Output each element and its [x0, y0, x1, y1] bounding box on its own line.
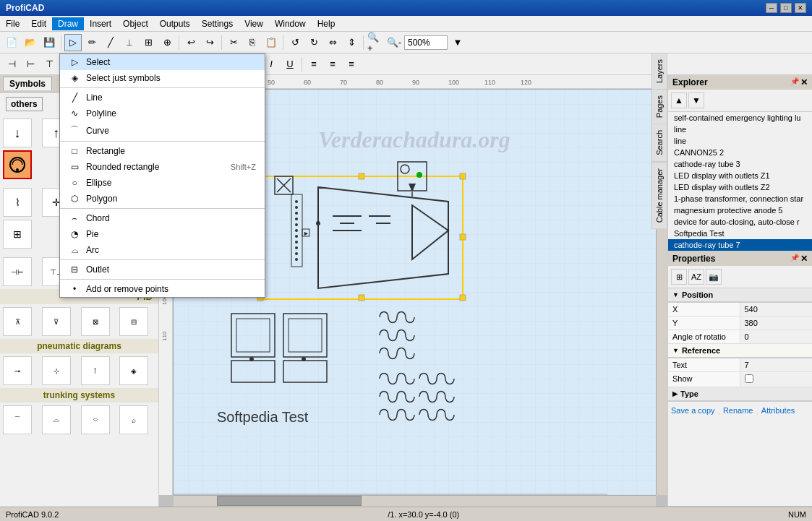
sym-bus1[interactable]: ⊣⊢: [3, 257, 32, 286]
new-button[interactable]: 📄: [3, 34, 20, 51]
layers-tab[interactable]: Layers: [651, 53, 667, 90]
type-toggle[interactable]: ▶ Type: [668, 387, 812, 401]
explorer-item-0[interactable]: self-contained emergency lighting lu: [668, 112, 812, 124]
pages-tab[interactable]: Pages: [651, 90, 667, 124]
select-tool[interactable]: ▷: [64, 34, 82, 51]
menu-view[interactable]: View: [239, 17, 269, 30]
prop-angle-value[interactable]: 0: [740, 330, 813, 344]
dd-pie[interactable]: ◔ Pie: [60, 226, 265, 242]
zoom-in[interactable]: 🔍+: [367, 34, 384, 51]
explorer-item-2[interactable]: line: [668, 135, 812, 147]
explorer-item-6[interactable]: LED display with outlets Z2: [668, 181, 812, 193]
explorer-item-7[interactable]: 1-phase transformer, connection star: [668, 193, 812, 204]
pin-icon[interactable]: 📌: [790, 77, 799, 87]
menu-insert[interactable]: Insert: [84, 17, 117, 30]
dd-curve[interactable]: ⌒ Curve: [60, 121, 265, 139]
sym-tr4[interactable]: ⌕: [119, 405, 148, 434]
rotate-left[interactable]: ↺: [286, 34, 304, 51]
explorer-item-3[interactable]: CANNON25 2: [668, 147, 812, 158]
explorer-item-10[interactable]: Softpedia Test: [668, 228, 812, 239]
line-tool[interactable]: ╱: [102, 34, 119, 51]
sym-circle[interactable]: [3, 150, 32, 179]
props-btn-2[interactable]: AZ: [688, 269, 704, 285]
sym-pn2[interactable]: ⊹: [42, 356, 71, 385]
rotate-right[interactable]: ↻: [305, 34, 322, 51]
dd-outlet[interactable]: ⊟ Outlet: [60, 262, 265, 277]
dd-select[interactable]: ▷ Select: [60, 54, 265, 70]
flip-v[interactable]: ⇕: [343, 34, 360, 51]
props-btn-1[interactable]: ⊞: [671, 269, 687, 285]
align-text-left[interactable]: ≡: [305, 56, 322, 73]
sym-pn1[interactable]: ⊸: [3, 356, 32, 385]
zoom-out[interactable]: 🔍-: [385, 34, 403, 51]
dd-select-symbols[interactable]: ◈ Select just symbols: [60, 70, 265, 86]
sym-arrow-down[interactable]: ↓: [3, 119, 32, 147]
cable-manager-tab[interactable]: Cable manager: [651, 162, 667, 229]
position-toggle[interactable]: ▼ Position: [668, 288, 812, 302]
sym-pn3[interactable]: ⊺: [81, 356, 110, 385]
dd-add-remove-points[interactable]: • Add or remove points: [60, 281, 265, 297]
prop-text-value[interactable]: 7: [740, 358, 813, 372]
close-props-icon[interactable]: ✕: [800, 254, 808, 264]
dd-chord[interactable]: ⌢ Chord: [60, 210, 265, 226]
dd-rounded-rect[interactable]: ▭ Rounded rectangle Shift+Z: [60, 159, 265, 175]
sym-pid2[interactable]: ⊽: [42, 307, 71, 336]
props-btn-3[interactable]: 📷: [706, 269, 722, 285]
close-button[interactable]: ✕: [795, 3, 806, 13]
dd-rectangle[interactable]: □ Rectangle: [60, 143, 265, 159]
menu-object[interactable]: Object: [117, 17, 154, 30]
rename-link[interactable]: Rename: [723, 406, 753, 416]
menu-window[interactable]: Window: [269, 17, 312, 30]
zoom-dropdown[interactable]: ▼: [449, 34, 466, 51]
menu-outputs[interactable]: Outputs: [154, 17, 196, 30]
dd-arc[interactable]: ⌓ Arc: [60, 242, 265, 258]
menu-draw[interactable]: Draw: [52, 17, 84, 30]
close-explorer-icon[interactable]: ✕: [800, 77, 808, 87]
align-center[interactable]: ⊢: [22, 56, 39, 73]
open-button[interactable]: 📂: [22, 34, 39, 51]
reference-toggle[interactable]: ▼ Reference: [668, 344, 812, 358]
explorer-item-1[interactable]: line: [668, 124, 812, 135]
sym-pn4[interactable]: ◈: [119, 356, 148, 385]
dd-ellipse[interactable]: ○ Ellipse: [60, 175, 265, 191]
attributes-link[interactable]: Attributes: [761, 406, 795, 416]
menu-edit[interactable]: Edit: [25, 17, 52, 30]
pencil-tool[interactable]: ✏: [83, 34, 101, 51]
sym-tr1[interactable]: ⌒: [3, 405, 32, 434]
explorer-item-5[interactable]: LED display with outlets Z1: [668, 170, 812, 181]
dd-line[interactable]: ╱ Line: [60, 90, 265, 106]
paste-button[interactable]: 📋: [262, 34, 280, 51]
menu-file[interactable]: File: [0, 17, 25, 30]
search-tab[interactable]: Search: [651, 124, 667, 162]
explorer-down-btn[interactable]: ▼: [688, 92, 704, 108]
save-copy-link[interactable]: Save a copy: [671, 406, 715, 416]
show-checkbox[interactable]: [745, 374, 753, 383]
junction-tool[interactable]: ⊕: [158, 34, 176, 51]
sym-pid4[interactable]: ⊟: [119, 307, 148, 336]
save-button[interactable]: 💾: [40, 34, 58, 51]
explorer-item-9[interactable]: device for auto-closing, auto-close r: [668, 216, 812, 228]
maximize-button[interactable]: □: [780, 3, 792, 13]
prop-y-value[interactable]: 380: [740, 317, 813, 330]
wire-tool[interactable]: ⟂: [121, 34, 138, 51]
sym-pid1[interactable]: ⊼: [3, 307, 32, 336]
underline-btn[interactable]: U: [281, 56, 299, 73]
undo-button[interactable]: ↩: [182, 34, 200, 51]
copy-button[interactable]: ⎘: [244, 34, 261, 51]
redo-button[interactable]: ↪: [201, 34, 218, 51]
bus-tool[interactable]: ⊞: [140, 34, 157, 51]
zoom-input[interactable]: 500%: [404, 35, 448, 50]
dd-polygon[interactable]: ⬡ Polygon: [60, 191, 265, 207]
explorer-item-8[interactable]: magnesium protective anode 5: [668, 204, 812, 216]
dd-polyline[interactable]: ∿ Polyline: [60, 106, 265, 121]
prop-show-value[interactable]: [740, 372, 813, 387]
symbols-tab[interactable]: Symbols: [3, 77, 52, 90]
cut-button[interactable]: ✂: [225, 34, 242, 51]
menu-help[interactable]: Help: [312, 17, 341, 30]
align-right[interactable]: ⊤: [40, 56, 58, 73]
explorer-item-4[interactable]: cathode-ray tube 3: [668, 158, 812, 170]
sym-tr2[interactable]: ⌓: [42, 405, 71, 434]
explorer-up-btn[interactable]: ▲: [671, 92, 687, 108]
sym-pid3[interactable]: ⊠: [81, 307, 110, 336]
flip-h[interactable]: ⇔: [324, 34, 341, 51]
